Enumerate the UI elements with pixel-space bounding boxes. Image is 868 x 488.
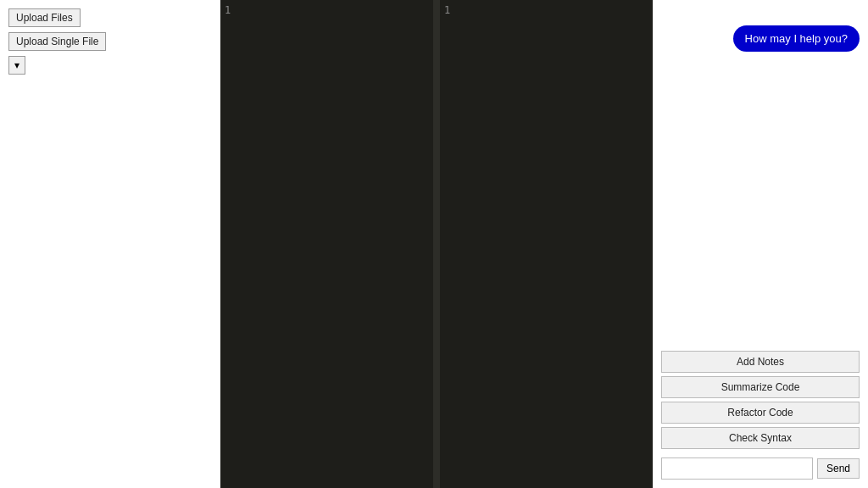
input-row: Send: [661, 458, 860, 480]
summarize-code-button[interactable]: Summarize Code: [661, 376, 860, 398]
line-number-left: 1: [225, 4, 231, 16]
action-buttons: Add Notes Summarize Code Refactor Code C…: [661, 351, 860, 449]
right-panel: How may I help you? Add Notes Summarize …: [653, 0, 868, 488]
add-notes-button[interactable]: Add Notes: [661, 351, 860, 373]
check-syntax-button[interactable]: Check Syntax: [661, 427, 860, 449]
refactor-code-button[interactable]: Refactor Code: [661, 402, 860, 424]
dropdown-button[interactable]: ▾: [8, 56, 25, 75]
chat-input[interactable]: [661, 458, 813, 480]
editor-divider: [433, 0, 440, 488]
editor-area: 1 1: [220, 0, 653, 488]
left-panel: Upload Files Upload Single File ▾: [0, 0, 220, 488]
editor-pane-right[interactable]: 1: [440, 0, 653, 488]
editor-pane-left[interactable]: 1: [220, 0, 433, 488]
chat-bubble: How may I help you?: [733, 25, 860, 52]
send-button[interactable]: Send: [817, 458, 860, 479]
chat-area: How may I help you?: [661, 8, 860, 342]
upload-single-file-button[interactable]: Upload Single File: [8, 32, 106, 51]
line-number-right: 1: [444, 4, 450, 16]
upload-files-button[interactable]: Upload Files: [8, 8, 81, 27]
